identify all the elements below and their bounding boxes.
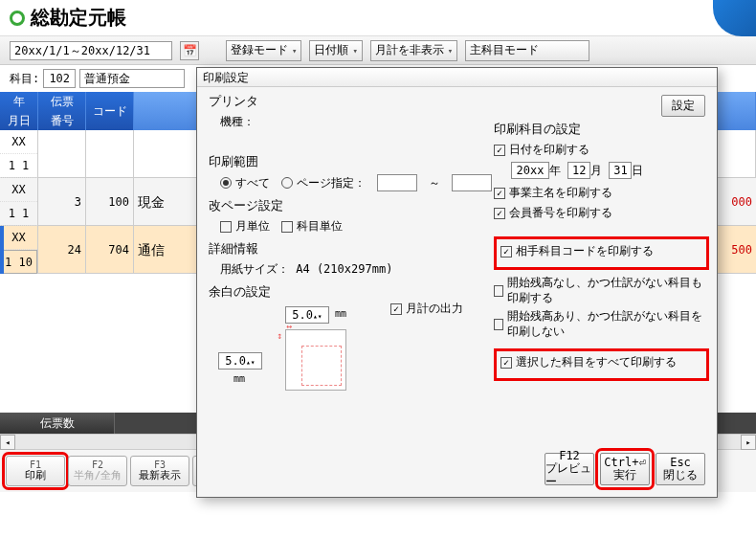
fkey-f2[interactable]: F2半角/全角 [68, 456, 127, 486]
window-titlebar: 総勘定元帳 [0, 0, 756, 36]
scroll-left-icon[interactable]: ◂ [0, 435, 15, 450]
day-input[interactable]: 31 [609, 162, 632, 179]
main-mode-select[interactable]: 主科目モード [465, 40, 589, 61]
print-counter-code-checkbox[interactable]: ✓相手科目コードを印刷する [500, 243, 702, 259]
scroll-right-icon[interactable]: ▸ [741, 435, 756, 450]
printer-section-label: プリンタ [209, 93, 705, 110]
current-row-marker [0, 226, 4, 274]
open-balance-checkbox[interactable]: 開始残高あり、かつ仕訳がない科目を印刷しない [494, 309, 709, 339]
date-range-input[interactable]: 20xx/1/1～20xx/12/31 [10, 41, 172, 60]
dialog-title: 印刷設定 [197, 68, 717, 87]
slip-count-label: 伝票数 [0, 413, 115, 434]
sort-select[interactable]: 日付順▾ [309, 40, 362, 61]
margin-left-input[interactable]: 5.0▴▾ [218, 352, 262, 370]
pagebreak-month-checkbox[interactable]: 月単位 [220, 218, 270, 235]
account-label: 科目: [10, 71, 39, 87]
app-icon [10, 11, 25, 26]
fkey-f3[interactable]: F3最新表示 [130, 456, 189, 486]
monthly-select[interactable]: 月計を非表示▾ [370, 40, 457, 61]
preview-button[interactable]: F12プレビュー [545, 453, 594, 485]
margin-editor: 5.0▴▾ mm 5.0▴▾ mm ↔ ↕ [209, 306, 362, 392]
chevron-down-icon: ▾ [292, 46, 297, 56]
chevron-down-icon: ▾ [448, 46, 453, 56]
month-input[interactable]: 12 [567, 162, 590, 179]
no-open-balance-checkbox[interactable]: 開始残高なし、かつ仕訳がない科目も印刷する [494, 276, 709, 305]
calendar-icon[interactable]: 📅 [180, 41, 199, 60]
close-button[interactable]: Esc閉じる [656, 453, 705, 485]
chevron-down-icon: ▾ [352, 46, 357, 56]
monthly-output-checkbox[interactable]: ✓月計の出力 [390, 301, 463, 317]
print-kamoku-settings: 印刷科目の設定 ✓日付を印刷する 20xx年 12月 31日 ✓事業主名を印刷す… [494, 121, 709, 387]
arrow-icon: ↕ [277, 330, 282, 346]
toolbar: 20xx/1/1～20xx/12/31 📅 登録モード▾ 日付順▾ 月計を非表示… [0, 36, 756, 65]
page-from-input[interactable] [377, 174, 417, 191]
fkey-f1[interactable]: F1印刷 [6, 456, 65, 486]
right-section-label: 印刷科目の設定 [494, 121, 709, 138]
print-owner-checkbox[interactable]: ✓事業主名を印刷する [494, 185, 709, 201]
arrow-icon: ↔ [286, 321, 301, 331]
print-member-checkbox[interactable]: ✓会員番号を印刷する [494, 205, 709, 221]
execute-button[interactable]: Ctrl+⏎実行 [600, 453, 650, 485]
range-page-radio[interactable]: ページ指定： [281, 175, 366, 191]
print-settings-dialog: 印刷設定 プリンタ 機種： 設定 印刷範囲 すべて ページ指定： ～ 改ページ設… [196, 67, 718, 498]
account-name-input[interactable]: 普通預金 [79, 69, 185, 88]
print-date-checkbox[interactable]: ✓日付を印刷する [494, 142, 709, 158]
account-code-input[interactable]: 102 [43, 69, 76, 88]
margin-section-label: 余白の設定 [209, 283, 362, 301]
window-title: 総勘定元帳 [31, 5, 126, 31]
printer-settings-button[interactable]: 設定 [661, 95, 705, 117]
mode-select[interactable]: 登録モード▾ [226, 40, 301, 61]
page-to-input[interactable] [452, 174, 492, 191]
year-input[interactable]: 20xx [511, 162, 549, 179]
print-all-selected-checkbox[interactable]: ✓選択した科目をすべて印刷する [500, 355, 702, 370]
margin-preview: ↔ ↕ [285, 329, 346, 391]
range-all-radio[interactable]: すべて [220, 175, 270, 191]
pagebreak-kamoku-checkbox[interactable]: 科目単位 [281, 218, 343, 235]
